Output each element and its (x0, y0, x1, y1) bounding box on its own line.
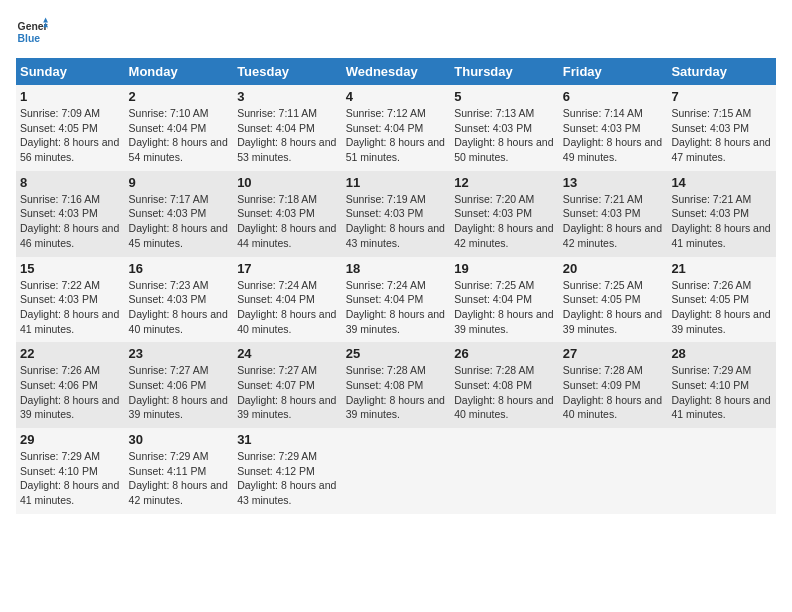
sunrise-text: Sunrise: 7:16 AM (20, 192, 121, 207)
calendar-cell: 28 Sunrise: 7:29 AM Sunset: 4:10 PM Dayl… (667, 342, 776, 428)
sunset-text: Sunset: 4:03 PM (237, 206, 338, 221)
calendar-cell: 17 Sunrise: 7:24 AM Sunset: 4:04 PM Dayl… (233, 257, 342, 343)
day-info: Sunrise: 7:18 AM Sunset: 4:03 PM Dayligh… (237, 192, 338, 251)
sunrise-text: Sunrise: 7:28 AM (563, 363, 664, 378)
sunrise-text: Sunrise: 7:26 AM (20, 363, 121, 378)
svg-text:Blue: Blue (18, 33, 41, 44)
day-number: 12 (454, 175, 555, 190)
calendar-cell (342, 428, 451, 514)
day-number: 8 (20, 175, 121, 190)
sunset-text: Sunset: 4:03 PM (563, 121, 664, 136)
sunrise-text: Sunrise: 7:27 AM (237, 363, 338, 378)
day-number: 1 (20, 89, 121, 104)
day-number: 29 (20, 432, 121, 447)
day-info: Sunrise: 7:15 AM Sunset: 4:03 PM Dayligh… (671, 106, 772, 165)
day-info: Sunrise: 7:14 AM Sunset: 4:03 PM Dayligh… (563, 106, 664, 165)
calendar-cell: 3 Sunrise: 7:11 AM Sunset: 4:04 PM Dayli… (233, 85, 342, 171)
day-number: 5 (454, 89, 555, 104)
calendar-cell: 11 Sunrise: 7:19 AM Sunset: 4:03 PM Dayl… (342, 171, 451, 257)
day-info: Sunrise: 7:09 AM Sunset: 4:05 PM Dayligh… (20, 106, 121, 165)
daylight-text: Daylight: 8 hours and 41 minutes. (671, 393, 772, 422)
day-number: 24 (237, 346, 338, 361)
day-info: Sunrise: 7:27 AM Sunset: 4:06 PM Dayligh… (129, 363, 230, 422)
daylight-text: Daylight: 8 hours and 39 minutes. (563, 307, 664, 336)
sunrise-text: Sunrise: 7:28 AM (346, 363, 447, 378)
weekday-header-sunday: Sunday (16, 58, 125, 85)
sunset-text: Sunset: 4:04 PM (454, 292, 555, 307)
sunset-text: Sunset: 4:04 PM (237, 121, 338, 136)
day-number: 27 (563, 346, 664, 361)
sunset-text: Sunset: 4:12 PM (237, 464, 338, 479)
daylight-text: Daylight: 8 hours and 40 minutes. (237, 307, 338, 336)
calendar-cell: 21 Sunrise: 7:26 AM Sunset: 4:05 PM Dayl… (667, 257, 776, 343)
calendar-cell: 13 Sunrise: 7:21 AM Sunset: 4:03 PM Dayl… (559, 171, 668, 257)
sunset-text: Sunset: 4:06 PM (129, 378, 230, 393)
sunrise-text: Sunrise: 7:15 AM (671, 106, 772, 121)
calendar-week-row: 8 Sunrise: 7:16 AM Sunset: 4:03 PM Dayli… (16, 171, 776, 257)
sunrise-text: Sunrise: 7:21 AM (671, 192, 772, 207)
sunrise-text: Sunrise: 7:25 AM (454, 278, 555, 293)
day-info: Sunrise: 7:25 AM Sunset: 4:05 PM Dayligh… (563, 278, 664, 337)
daylight-text: Daylight: 8 hours and 39 minutes. (129, 393, 230, 422)
calendar-cell: 14 Sunrise: 7:21 AM Sunset: 4:03 PM Dayl… (667, 171, 776, 257)
day-info: Sunrise: 7:20 AM Sunset: 4:03 PM Dayligh… (454, 192, 555, 251)
day-number: 10 (237, 175, 338, 190)
sunrise-text: Sunrise: 7:27 AM (129, 363, 230, 378)
day-info: Sunrise: 7:16 AM Sunset: 4:03 PM Dayligh… (20, 192, 121, 251)
daylight-text: Daylight: 8 hours and 41 minutes. (20, 478, 121, 507)
day-info: Sunrise: 7:11 AM Sunset: 4:04 PM Dayligh… (237, 106, 338, 165)
daylight-text: Daylight: 8 hours and 42 minutes. (454, 221, 555, 250)
header: General Blue (16, 16, 776, 48)
sunset-text: Sunset: 4:03 PM (20, 292, 121, 307)
calendar-cell: 15 Sunrise: 7:22 AM Sunset: 4:03 PM Dayl… (16, 257, 125, 343)
day-number: 30 (129, 432, 230, 447)
logo-icon: General Blue (16, 16, 48, 48)
daylight-text: Daylight: 8 hours and 43 minutes. (346, 221, 447, 250)
sunrise-text: Sunrise: 7:21 AM (563, 192, 664, 207)
sunset-text: Sunset: 4:08 PM (454, 378, 555, 393)
daylight-text: Daylight: 8 hours and 41 minutes. (671, 221, 772, 250)
sunset-text: Sunset: 4:09 PM (563, 378, 664, 393)
day-number: 11 (346, 175, 447, 190)
day-number: 26 (454, 346, 555, 361)
day-info: Sunrise: 7:17 AM Sunset: 4:03 PM Dayligh… (129, 192, 230, 251)
sunset-text: Sunset: 4:04 PM (129, 121, 230, 136)
day-info: Sunrise: 7:28 AM Sunset: 4:08 PM Dayligh… (454, 363, 555, 422)
sunrise-text: Sunrise: 7:13 AM (454, 106, 555, 121)
sunset-text: Sunset: 4:03 PM (20, 206, 121, 221)
day-number: 17 (237, 261, 338, 276)
sunrise-text: Sunrise: 7:24 AM (237, 278, 338, 293)
calendar-cell (450, 428, 559, 514)
daylight-text: Daylight: 8 hours and 39 minutes. (454, 307, 555, 336)
daylight-text: Daylight: 8 hours and 40 minutes. (563, 393, 664, 422)
calendar-cell: 23 Sunrise: 7:27 AM Sunset: 4:06 PM Dayl… (125, 342, 234, 428)
day-info: Sunrise: 7:29 AM Sunset: 4:10 PM Dayligh… (20, 449, 121, 508)
daylight-text: Daylight: 8 hours and 45 minutes. (129, 221, 230, 250)
day-info: Sunrise: 7:26 AM Sunset: 4:05 PM Dayligh… (671, 278, 772, 337)
day-number: 18 (346, 261, 447, 276)
sunset-text: Sunset: 4:03 PM (129, 206, 230, 221)
calendar-cell: 16 Sunrise: 7:23 AM Sunset: 4:03 PM Dayl… (125, 257, 234, 343)
daylight-text: Daylight: 8 hours and 40 minutes. (129, 307, 230, 336)
sunrise-text: Sunrise: 7:12 AM (346, 106, 447, 121)
day-info: Sunrise: 7:21 AM Sunset: 4:03 PM Dayligh… (563, 192, 664, 251)
calendar-cell: 25 Sunrise: 7:28 AM Sunset: 4:08 PM Dayl… (342, 342, 451, 428)
daylight-text: Daylight: 8 hours and 56 minutes. (20, 135, 121, 164)
daylight-text: Daylight: 8 hours and 41 minutes. (20, 307, 121, 336)
sunset-text: Sunset: 4:10 PM (20, 464, 121, 479)
weekday-header-monday: Monday (125, 58, 234, 85)
sunrise-text: Sunrise: 7:11 AM (237, 106, 338, 121)
daylight-text: Daylight: 8 hours and 43 minutes. (237, 478, 338, 507)
calendar-cell: 20 Sunrise: 7:25 AM Sunset: 4:05 PM Dayl… (559, 257, 668, 343)
day-number: 9 (129, 175, 230, 190)
daylight-text: Daylight: 8 hours and 46 minutes. (20, 221, 121, 250)
day-info: Sunrise: 7:23 AM Sunset: 4:03 PM Dayligh… (129, 278, 230, 337)
sunset-text: Sunset: 4:10 PM (671, 378, 772, 393)
calendar-week-row: 1 Sunrise: 7:09 AM Sunset: 4:05 PM Dayli… (16, 85, 776, 171)
sunset-text: Sunset: 4:03 PM (454, 206, 555, 221)
sunrise-text: Sunrise: 7:26 AM (671, 278, 772, 293)
calendar-cell: 7 Sunrise: 7:15 AM Sunset: 4:03 PM Dayli… (667, 85, 776, 171)
sunset-text: Sunset: 4:05 PM (20, 121, 121, 136)
sunset-text: Sunset: 4:04 PM (346, 292, 447, 307)
day-info: Sunrise: 7:22 AM Sunset: 4:03 PM Dayligh… (20, 278, 121, 337)
